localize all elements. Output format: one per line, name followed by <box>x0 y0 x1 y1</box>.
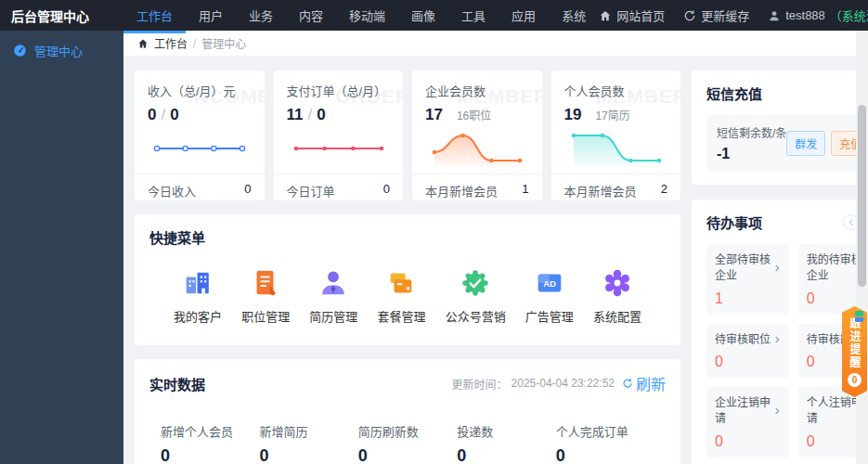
realtime-refresh-button[interactable]: 刷新 <box>622 372 666 394</box>
stat-card-personal-members[interactable]: MEMBER 个人会员数 1917简历 本月新增会员2 <box>551 71 681 200</box>
quick-item-resume-management[interactable]: 简历管理 <box>309 267 357 325</box>
quick-item-package-management[interactable]: 套餐管理 <box>377 267 425 325</box>
content: INCOME 收入（总/月）元 0/0 今日收入0 ORDER 支付订单（总/月… <box>123 57 856 464</box>
quick-item-job-management[interactable]: 职位管理 <box>241 267 290 325</box>
todo-header: 待办事项 <box>706 213 856 232</box>
document-edit-icon <box>250 267 281 299</box>
sms-title: 短信充值 <box>706 84 856 103</box>
quick-menu-panel: 快捷菜单 我的客户 职位管理 <box>135 214 680 345</box>
realtime-stat-new-personal-members: 新增个人会员 0 昨日：0 <box>161 422 259 464</box>
quick-item-label: 套餐管理 <box>377 307 425 325</box>
sidebar-item-management-center[interactable]: 管理中心 <box>0 31 123 70</box>
nav-item-system[interactable]: 系统 <box>549 0 599 31</box>
refresh-icon <box>683 9 696 22</box>
sms-balance-value: -1 <box>717 146 786 162</box>
realtime-stat-resume-refreshes: 简历刷新数 0 昨日：0 <box>358 422 457 464</box>
home-icon <box>599 9 612 22</box>
stat-card-footer: 今日订单0 <box>274 174 404 200</box>
realtime-stat-applications: 投递数 0 昨日：0 <box>457 422 555 464</box>
todo-title: 待办事项 <box>706 213 762 232</box>
stat-card-enterprise-members[interactable]: MEMBER 企业会员数 1716职位 本月新增会员1 <box>412 71 542 200</box>
sidebar-item-label: 管理中心 <box>34 42 83 59</box>
personal-members-sparkline-chart <box>564 128 668 169</box>
site-home-link[interactable]: 网站首页 <box>599 6 665 24</box>
realtime-stat-new-resumes: 新增简历 0 昨日：0 <box>259 422 357 464</box>
package-icon <box>385 267 417 299</box>
todo-item-personal-cancellation[interactable]: 个人注销申请 0 <box>798 387 856 458</box>
user-menu[interactable]: test888 （系统演示） <box>768 6 868 24</box>
stats-row: INCOME 收入（总/月）元 0/0 今日收入0 ORDER 支付订单（总/月… <box>135 71 680 200</box>
breadcrumb-home[interactable]: 工作台 <box>154 35 188 51</box>
buildings-icon <box>182 267 214 299</box>
stat-card-title: 个人会员数 <box>564 82 668 99</box>
user-avatar-icon <box>768 9 781 22</box>
nav-item-content[interactable]: 内容 <box>286 0 336 31</box>
todo-item-my-pending-enterprises[interactable]: 我的待审核企业 0 <box>798 244 856 315</box>
quick-item-my-customers[interactable]: 我的客户 <box>174 267 222 325</box>
sms-balance-label: 短信剩余数/条 <box>717 124 786 140</box>
nav-item-workbench[interactable]: 工作台 <box>123 0 186 31</box>
stat-card-footer: 本月新增会员2 <box>551 174 681 200</box>
sms-buttons: 群发 充值 <box>786 131 856 156</box>
stat-card-income[interactable]: INCOME 收入（总/月）元 0/0 今日收入0 <box>135 71 265 200</box>
stat-card-value: 0/0 <box>148 106 252 124</box>
realtime-columns: 新增个人会员 0 昨日：0 新增简历 0 昨日：0 简历刷新数 0 昨日：0 <box>149 394 666 464</box>
gear-icon <box>602 267 633 299</box>
breadcrumb-home-icon <box>137 38 149 49</box>
ribbon-green-accent <box>855 311 863 316</box>
quick-item-system-config[interactable]: 系统配置 <box>593 267 641 325</box>
app-logo: 后台管理中心 <box>0 6 123 25</box>
sms-balance: 短信剩余数/条 -1 <box>717 124 786 162</box>
stat-card-title: 企业会员数 <box>425 82 529 99</box>
page-scrollbar[interactable] <box>856 31 868 464</box>
nav-item-tools[interactable]: 工具 <box>448 0 499 31</box>
todo-prev-button[interactable] <box>843 214 856 230</box>
quick-item-ad-management[interactable]: AD 广告管理 <box>525 267 574 325</box>
quick-menu-title: 快捷菜单 <box>149 227 666 247</box>
main-area: 工作台 / 管理中心 INCOME 收入（总/月）元 0/0 今日收入0 <box>123 31 856 464</box>
realtime-panel: 实时数据 更新时间：2025-04-04 23:22:52 刷新 新增个人会员 <box>135 359 680 464</box>
follow-up-reminder-tab[interactable]: 跟进提醒 0 <box>842 306 867 397</box>
group-send-button[interactable]: 群发 <box>786 131 825 156</box>
todo-pagination-dots <box>706 458 856 464</box>
ribbon-blue-accent <box>855 317 863 322</box>
refresh-icon <box>622 378 633 389</box>
chevron-right-icon <box>773 336 781 343</box>
stat-card-title: 支付订单（总/月） <box>287 82 391 99</box>
svg-text:AD: AD <box>543 278 556 289</box>
sidebar: 管理中心 <box>0 31 123 464</box>
stat-card-value: 11/0 <box>287 106 391 124</box>
stat-card-footer: 今日收入0 <box>135 174 265 200</box>
nav-item-business[interactable]: 业务 <box>236 0 286 31</box>
quick-item-label: 广告管理 <box>525 307 574 325</box>
refresh-cache-link[interactable]: 更新缓存 <box>683 6 749 24</box>
income-sparkline-chart <box>148 128 252 169</box>
quick-item-official-account-marketing[interactable]: 公众号营销 <box>446 267 506 325</box>
todo-item-enterprise-cancellation[interactable]: 企业注销申请 0 <box>706 387 789 458</box>
username-label: test888 <box>785 8 825 22</box>
quick-item-label: 我的客户 <box>174 307 222 325</box>
quick-item-label: 系统配置 <box>593 307 641 325</box>
stat-card-footer: 本月新增会员1 <box>412 174 542 200</box>
sms-balance-box: 短信剩余数/条 -1 群发 充值 <box>706 115 856 172</box>
stat-card-paid-orders[interactable]: ORDER 支付订单（总/月） 11/0 今日订单0 <box>274 71 404 200</box>
right-column: 短信充值 短信剩余数/条 -1 群发 充值 待办事项 <box>692 71 856 464</box>
chevron-right-icon <box>773 407 781 415</box>
nav-item-portrait[interactable]: 画像 <box>398 0 448 31</box>
nav-item-apps[interactable]: 应用 <box>499 0 549 31</box>
quick-menu-items: 我的客户 职位管理 简历管理 <box>149 247 666 332</box>
sms-recharge-panel: 短信充值 短信剩余数/条 -1 群发 充值 <box>692 71 856 185</box>
dashboard-icon <box>13 44 27 58</box>
nav-item-mobile[interactable]: 移动端 <box>336 0 398 31</box>
scrollbar-thumb[interactable] <box>858 105 866 287</box>
realtime-title: 实时数据 <box>149 374 205 393</box>
breadcrumb-current: 管理中心 <box>201 35 246 51</box>
site-home-label: 网站首页 <box>616 6 665 24</box>
todo-item-all-pending-enterprises[interactable]: 全部待审核企业 1 <box>706 244 789 315</box>
nav-item-users[interactable]: 用户 <box>186 0 236 31</box>
stat-card-value: 1716职位 <box>425 106 529 124</box>
recharge-button[interactable]: 充值 <box>831 131 856 156</box>
todo-item-pending-jobs[interactable]: 待审核职位 0 <box>706 324 789 379</box>
enterprise-members-sparkline-chart <box>425 128 529 169</box>
breadcrumb-separator: / <box>193 37 196 50</box>
